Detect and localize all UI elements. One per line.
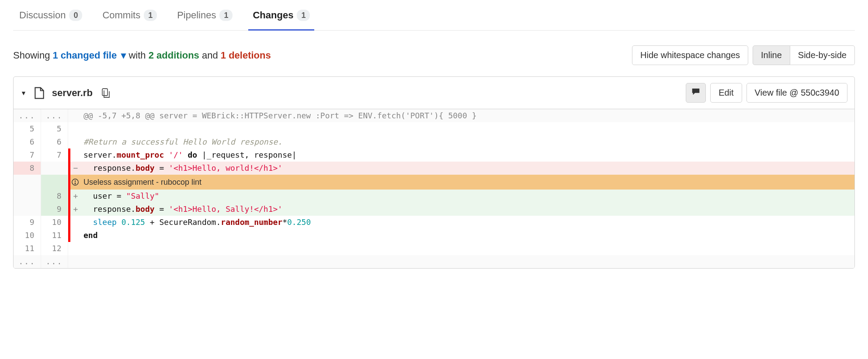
tab-count: 1 — [297, 10, 310, 21]
code-line: user = "Sally" — [81, 190, 854, 203]
diff-sign — [70, 122, 81, 135]
copy-path-icon[interactable] — [101, 88, 111, 98]
button-label: Side-by-side — [798, 50, 847, 60]
line-number-new[interactable]: ... — [41, 109, 68, 122]
diff-summary-row: Showing 1 changed file ▾ with 2 addition… — [13, 45, 855, 65]
tab-changes[interactable]: Changes 1 — [251, 0, 312, 30]
mr-tabs: Discussion 0 Commits 1 Pipelines 1 Chang… — [13, 0, 855, 31]
file-name: server.rb — [52, 87, 93, 99]
diff-line-ctx: 10 11 end — [14, 229, 854, 242]
tab-label: Changes — [253, 10, 293, 21]
line-number-old — [14, 175, 41, 190]
caret-down-icon: ▾ — [121, 50, 126, 61]
view-file-button[interactable]: View file @ 550c3940 — [746, 83, 847, 103]
diff-sign — [70, 216, 81, 229]
summary-prefix: Showing — [13, 50, 53, 61]
tab-count: 0 — [69, 10, 82, 21]
summary-with: with — [128, 50, 148, 61]
line-number-new[interactable]: ... — [41, 255, 68, 268]
hunk-header: @@ -5,7 +5,8 @@ server = WEBrick::HTTPSe… — [81, 109, 854, 122]
code-line: sleep 0.125 + SecureRandom.random_number… — [81, 216, 854, 229]
changed-files-dropdown[interactable]: 1 changed file ▾ — [53, 50, 129, 61]
svg-rect-0 — [102, 89, 108, 96]
line-number-old[interactable]: 8 — [14, 162, 41, 175]
line-number-new[interactable]: 10 — [41, 216, 68, 229]
tab-pipelines[interactable]: Pipelines 1 — [175, 0, 234, 30]
line-number-new[interactable]: 8 — [41, 190, 68, 203]
diff-line-removed: 8 − response.body = '<h1>Hello, world!</… — [14, 162, 854, 175]
tab-count: 1 — [219, 10, 233, 21]
line-number-old[interactable]: 6 — [14, 135, 41, 148]
diff-line-ctx: 9 10 sleep 0.125 + SecureRandom.random_n… — [14, 216, 854, 229]
lint-warning-row: Useless assignment - rubocop lint — [14, 175, 854, 190]
code-line: end — [81, 229, 854, 242]
side-by-side-view-button[interactable]: Side-by-side — [790, 45, 855, 65]
diff-line-added: 8 + user = "Sally" — [14, 190, 854, 203]
tab-label: Commits — [102, 10, 140, 21]
line-number-new[interactable]: 7 — [41, 148, 68, 162]
line-number-old[interactable] — [14, 190, 41, 203]
diff-line-ctx: 6 6 #Return a successful Hello World res… — [14, 135, 854, 148]
diff-summary: Showing 1 changed file ▾ with 2 addition… — [13, 50, 271, 61]
tab-count: 1 — [144, 10, 157, 21]
line-number-new[interactable]: 5 — [41, 122, 68, 135]
sign-col — [70, 109, 81, 122]
diff-line-ctx: 5 5 — [14, 122, 854, 135]
lint-warning: Useless assignment - rubocop lint — [70, 175, 854, 190]
code-line: server.mount_proc '/' do |_request, resp… — [81, 148, 854, 162]
collapse-icon[interactable]: ▼ — [21, 90, 27, 97]
line-number-old[interactable] — [14, 203, 41, 216]
file-header: ▼ server.rb — [14, 77, 854, 109]
diff-sign — [70, 135, 81, 148]
summary-and: and — [202, 50, 221, 61]
line-number-old[interactable]: ... — [14, 255, 41, 268]
line-number-old[interactable]: 10 — [14, 229, 41, 242]
changed-files-label: 1 changed file — [53, 50, 117, 61]
button-label: Hide whitespace changes — [640, 50, 740, 60]
line-number-new — [41, 175, 68, 190]
file-icon — [35, 87, 44, 99]
line-number-old[interactable]: 5 — [14, 122, 41, 135]
line-number-new[interactable]: 6 — [41, 135, 68, 148]
diff-sign — [70, 242, 81, 255]
line-number-new[interactable] — [41, 162, 68, 175]
file-header-left: ▼ server.rb — [21, 87, 111, 99]
diff-sign: + — [70, 203, 81, 216]
comment-icon — [691, 87, 701, 99]
edit-file-button[interactable]: Edit — [710, 83, 742, 103]
diff-line-added: 9 + response.body = '<h1>Hello, Sally!</… — [14, 203, 854, 216]
tab-discussion[interactable]: Discussion 0 — [17, 0, 84, 30]
diff-sign — [70, 229, 81, 242]
line-number-old[interactable]: 11 — [14, 242, 41, 255]
diff-line-ctx: 11 12 — [14, 242, 854, 255]
button-label: Inline — [761, 50, 782, 60]
diff-sign: − — [70, 162, 81, 175]
line-number-old[interactable]: 9 — [14, 216, 41, 229]
hide-whitespace-button[interactable]: Hide whitespace changes — [632, 45, 748, 65]
diff-line-ctx: 7 7 server.mount_proc '/' do |_request, … — [14, 148, 854, 162]
code-line — [81, 122, 854, 135]
code-line — [81, 255, 854, 268]
line-number-old[interactable]: 7 — [14, 148, 41, 162]
line-number-new[interactable]: 9 — [41, 203, 68, 216]
code-line: response.body = '<h1>Hello, world!</h1>' — [81, 162, 854, 175]
code-line: response.body = '<h1>Hello, Sally!</h1>' — [81, 203, 854, 216]
line-number-new[interactable]: 11 — [41, 229, 68, 242]
tab-label: Discussion — [19, 10, 66, 21]
button-label: Edit — [719, 88, 733, 98]
inline-view-button[interactable]: Inline — [753, 45, 790, 65]
diff-file: ▼ server.rb — [13, 76, 855, 269]
svg-point-3 — [75, 183, 76, 184]
tab-label: Pipelines — [177, 10, 216, 21]
line-number-old[interactable]: ... — [14, 109, 41, 122]
view-mode-toggle: Inline Side-by-side — [753, 45, 855, 65]
lint-message: Useless assignment - rubocop lint — [83, 176, 201, 189]
warning-icon — [71, 178, 79, 186]
sign-col — [70, 255, 81, 268]
comment-button[interactable] — [686, 83, 706, 103]
diff-table: ... ... @@ -5,7 +5,8 @@ server = WEBrick… — [14, 109, 854, 268]
line-number-new[interactable]: 12 — [41, 242, 68, 255]
hunk-footer-row: ... ... — [14, 255, 854, 268]
additions-count: 2 additions — [149, 50, 199, 61]
tab-commits[interactable]: Commits 1 — [101, 0, 159, 30]
